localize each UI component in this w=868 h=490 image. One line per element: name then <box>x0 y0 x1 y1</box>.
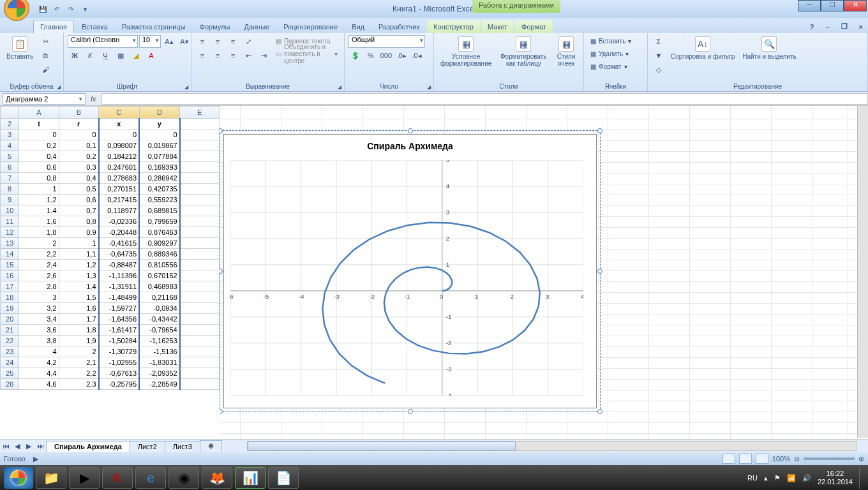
cell[interactable] <box>180 119 220 130</box>
font-family-combo[interactable]: Calibri (Основн <box>68 35 138 48</box>
cell[interactable]: 1,1 <box>59 249 98 260</box>
cell[interactable] <box>180 216 220 227</box>
cell[interactable]: 0,909297 <box>139 238 180 249</box>
vertical-scrollbar[interactable] <box>857 106 868 438</box>
row-header[interactable]: 17 <box>1 281 19 292</box>
row-header[interactable]: 22 <box>1 336 19 346</box>
cell[interactable]: 0,1 <box>59 140 98 151</box>
cell[interactable] <box>180 249 220 260</box>
cell[interactable]: -1,59727 <box>99 303 140 314</box>
font-color-icon[interactable]: A <box>144 49 158 62</box>
cell[interactable]: 0 <box>139 130 180 140</box>
row-header[interactable]: 24 <box>1 357 19 368</box>
cell[interactable]: 0,3 <box>59 162 98 173</box>
cell[interactable]: 4 <box>19 346 59 357</box>
decrease-indent-icon[interactable]: ⇤ <box>241 49 255 62</box>
cell[interactable]: -2,09352 <box>139 368 180 379</box>
cell[interactable] <box>180 281 220 292</box>
cell[interactable] <box>180 173 220 184</box>
number-format-combo[interactable]: Общий <box>348 35 425 48</box>
cell[interactable] <box>180 368 220 379</box>
sheet-nav-prev-icon[interactable]: ◀ <box>11 442 23 450</box>
chart-object[interactable]: Спираль Архимеда -6-5-4-3-2-101234-4-3-2… <box>223 134 597 408</box>
resize-handle[interactable] <box>597 409 602 414</box>
undo-icon[interactable]: ↶ <box>51 3 63 15</box>
tab-data[interactable]: Данные <box>237 20 276 33</box>
sheet-nav-last-icon[interactable]: ⏭ <box>34 442 46 450</box>
cell[interactable]: 0 <box>99 130 140 140</box>
row-header[interactable]: 19 <box>1 303 19 314</box>
cell[interactable]: -1,83031 <box>139 357 180 368</box>
col-header-A[interactable]: A <box>19 107 59 119</box>
macro-record-icon[interactable]: ▶ <box>33 455 38 463</box>
cell[interactable]: -1,50284 <box>99 336 140 346</box>
save-icon[interactable]: 💾 <box>37 3 49 15</box>
cell[interactable]: 3,2 <box>19 303 59 314</box>
cell[interactable]: 0 <box>59 130 98 140</box>
cell[interactable]: 0,4 <box>19 151 59 162</box>
cell[interactable]: 2,2 <box>59 368 98 379</box>
cell[interactable]: 1,2 <box>19 195 59 205</box>
cell[interactable]: 1,2 <box>59 260 98 271</box>
tab-chart-design[interactable]: Конструктор <box>427 20 480 33</box>
chart-title[interactable]: Спираль Архимеда <box>224 135 596 154</box>
cell[interactable] <box>180 140 220 151</box>
row-header[interactable]: 6 <box>1 162 19 173</box>
tray-clock[interactable]: 16:22 22.01.2014 <box>818 470 853 486</box>
cell[interactable] <box>180 184 220 195</box>
row-header[interactable]: 3 <box>1 130 19 140</box>
row-header[interactable]: 25 <box>1 368 19 379</box>
row-header[interactable]: 16 <box>1 271 19 281</box>
cell[interactable]: 1 <box>59 238 98 249</box>
zoom-level[interactable]: 100% <box>772 455 790 463</box>
cell[interactable]: 0,21168 <box>139 292 180 303</box>
cell[interactable]: 1,5 <box>59 292 98 303</box>
row-header[interactable]: 2 <box>1 119 19 130</box>
italic-icon[interactable]: К <box>83 49 97 62</box>
cell[interactable]: 1,8 <box>59 325 98 336</box>
delete-cells-button[interactable]: ▦ Удалить ▾ <box>588 48 631 59</box>
row-header[interactable]: 4 <box>1 140 19 151</box>
sort-filter-button[interactable]: A↓Сортировка и фильтр <box>668 35 737 61</box>
row-header[interactable]: 15 <box>1 260 19 271</box>
cell[interactable] <box>180 162 220 173</box>
format-painter-icon[interactable]: 🖌 <box>38 63 52 76</box>
cell[interactable]: 1,9 <box>59 336 98 346</box>
cell[interactable] <box>180 303 220 314</box>
horizontal-scrollbar[interactable] <box>247 441 857 451</box>
cell[interactable]: 1,6 <box>19 216 59 227</box>
autosum-icon[interactable]: Σ <box>652 35 666 48</box>
cell[interactable]: 2,2 <box>19 249 59 260</box>
cell[interactable] <box>180 357 220 368</box>
cell[interactable]: 3 <box>19 292 59 303</box>
cell[interactable]: -1,11396 <box>99 271 140 281</box>
cell[interactable]: 1,8 <box>19 227 59 238</box>
sheet-tab-2[interactable]: Лист2 <box>130 441 165 452</box>
resize-handle[interactable] <box>408 409 413 414</box>
alignment-launcher-icon[interactable]: ◢ <box>338 84 341 90</box>
tray-show-hidden-icon[interactable]: ▴ <box>764 474 768 482</box>
cell[interactable]: 0,420735 <box>139 184 180 195</box>
cell[interactable]: 0,4 <box>59 173 98 184</box>
align-left-icon[interactable]: ≡ <box>195 49 209 62</box>
clear-icon[interactable]: ◇ <box>652 63 666 76</box>
decrease-decimal-icon[interactable]: .0◂ <box>410 49 424 62</box>
tray-network-icon[interactable]: 📶 <box>787 474 796 482</box>
row-header[interactable]: 18 <box>1 292 19 303</box>
tab-chart-format[interactable]: Формат <box>515 20 553 33</box>
cell[interactable]: 0,184212 <box>99 151 140 162</box>
redo-icon[interactable]: ↷ <box>65 3 77 15</box>
tab-view[interactable]: Вид <box>345 20 371 33</box>
cell[interactable]: 0,8 <box>59 216 98 227</box>
cell[interactable]: 2,4 <box>19 260 59 271</box>
window-restore-icon[interactable]: ❐ <box>836 20 853 33</box>
row-header[interactable]: 23 <box>1 346 19 357</box>
view-break-icon[interactable] <box>756 454 768 464</box>
row-header[interactable]: 7 <box>1 173 19 184</box>
close-button[interactable]: ✕ <box>844 0 867 11</box>
cell[interactable]: 0,286942 <box>139 173 180 184</box>
row-header[interactable]: 12 <box>1 227 19 238</box>
row-header[interactable]: 13 <box>1 238 19 249</box>
row-header[interactable]: 26 <box>1 379 19 390</box>
tab-review[interactable]: Рецензирование <box>277 20 344 33</box>
